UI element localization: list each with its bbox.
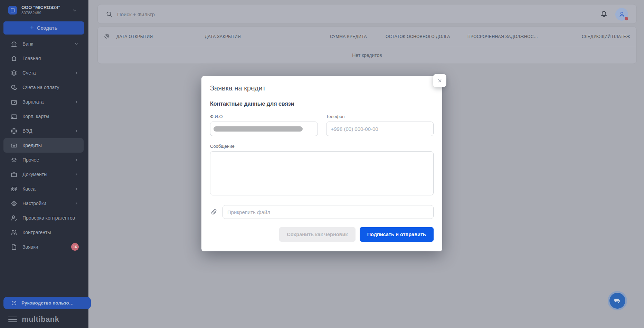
sidebar-item-documents[interactable]: Документы [3, 167, 84, 182]
phone-label: Телефон [326, 114, 434, 119]
user-guide-label: Руководство пользо… [21, 300, 74, 306]
close-icon [437, 78, 443, 84]
sidebar-item-applications[interactable]: Заявки 16 [3, 240, 84, 254]
brand-logo: multibank [22, 315, 59, 324]
sidebar-item-invoices[interactable]: Счета на оплату [3, 80, 84, 95]
chat-icon [614, 297, 621, 305]
column-header[interactable]: СЛЕДУЮЩИЙ ПЛАТЕЖ [582, 34, 630, 39]
home-icon [10, 55, 18, 62]
people-icon [10, 229, 18, 236]
sign-and-send-button[interactable]: Подписать и отправить [360, 227, 434, 242]
file-icon [10, 243, 18, 251]
menu-icon[interactable] [8, 317, 17, 322]
sidebar-item-other[interactable]: Прочее [3, 153, 84, 167]
cash-register-icon [10, 185, 18, 193]
question-circle-icon [11, 300, 17, 306]
create-button[interactable]: + Создать [3, 21, 84, 35]
plus-icon: + [30, 25, 34, 31]
message-label: Сообщение [210, 144, 434, 149]
credits-table: ДАТА ОТКРЫТИЯ ДАТА ЗАКРЫТИЯ СУММА КРЕДИТ… [97, 27, 637, 64]
sidebar-item-corp-cards[interactable]: Корп. карты [3, 109, 84, 124]
avatar[interactable] [615, 8, 628, 21]
redacted-value [214, 126, 303, 132]
save-draft-button[interactable]: Сохранить как черновик [279, 227, 355, 242]
chevron-right-icon [74, 99, 79, 104]
sidebar-nav: Банк Главная Счета Счета на оплату Зарпл… [0, 37, 88, 254]
column-header[interactable]: ПРОСРОЧЕННАЯ ЗАДОЛЖНОС… [467, 34, 538, 39]
sidebar-item-home[interactable]: Главная [3, 51, 84, 66]
globe-icon [10, 127, 18, 135]
org-switcher[interactable]: ООО "MICROS24" 307882489 [0, 3, 88, 19]
org-name: ООО "MICROS24" [21, 5, 60, 10]
sidebar-item-accounts[interactable]: Счета [3, 66, 84, 80]
chevron-down-icon [72, 8, 77, 13]
table-settings-icon[interactable] [103, 33, 110, 40]
chevron-right-icon [74, 70, 79, 75]
layers-icon [10, 156, 18, 164]
chevron-right-icon [74, 172, 79, 177]
table-header-row: ДАТА ОТКРЫТИЯ ДАТА ЗАКРЫТИЯ СУММА КРЕДИТ… [98, 27, 636, 46]
column-header[interactable]: ДАТА ОТКРЫТИЯ [116, 34, 153, 39]
chevron-right-icon [74, 157, 79, 162]
sidebar-item-counterparties[interactable]: Контрагенты [3, 225, 84, 240]
chevron-down-icon [74, 41, 79, 46]
column-header[interactable]: СУММА КРЕДИТА [330, 34, 367, 39]
support-chat-button[interactable] [608, 291, 627, 310]
modal-title: Заявка на кредит [210, 84, 434, 92]
phone-input[interactable] [326, 122, 434, 136]
column-header[interactable]: ОСТАТОК ОСНОВНОГО ДОЛГА [386, 34, 450, 39]
search-icon [106, 11, 113, 18]
sidebar-item-settings[interactable]: Настройки [3, 196, 84, 211]
person-check-icon [10, 214, 18, 222]
sidebar-item-bank[interactable]: Банк [3, 37, 84, 51]
attach-file-input[interactable] [222, 205, 434, 219]
org-logo [8, 6, 17, 15]
empty-state-text: Нет кредитов [98, 46, 636, 64]
sidebar-item-cash[interactable]: Касса [3, 182, 84, 196]
layers-icon [10, 69, 18, 77]
notification-dot [625, 17, 628, 20]
applications-count-badge: 16 [71, 243, 79, 251]
paperclip-icon[interactable] [210, 208, 218, 216]
chevron-right-icon [74, 201, 79, 206]
briefcase-icon [10, 171, 18, 178]
wallet-icon [10, 98, 18, 106]
building-icon [10, 7, 16, 13]
chevron-right-icon [74, 128, 79, 133]
banknote-icon [10, 142, 18, 149]
fio-label: Ф.И.О [210, 114, 318, 119]
create-button-label: Создать [37, 25, 58, 31]
sidebar-item-salary[interactable]: Зарплата [3, 95, 84, 109]
sidebar: ООО "MICROS24" 307882489 + Создать Банк … [0, 0, 88, 328]
search-input[interactable] [116, 4, 360, 24]
card-icon [10, 113, 18, 120]
column-header[interactable]: ДАТА ЗАКРЫТИЯ [205, 34, 241, 39]
person-icon [618, 11, 626, 18]
chevron-right-icon [74, 186, 79, 191]
sidebar-item-counterparty-check[interactable]: Проверка контрагентов [3, 211, 84, 225]
user-guide-button[interactable]: Руководство пользо… [3, 297, 91, 309]
chat-circle [609, 293, 625, 309]
coins-icon [10, 84, 18, 91]
topbar [97, 4, 637, 24]
sidebar-item-credits[interactable]: Кредиты [3, 138, 84, 153]
loan-application-modal: Заявка на кредит Контактные данные для с… [201, 76, 442, 251]
org-inn: 307882489 [21, 11, 41, 15]
sidebar-item-ved[interactable]: ВЭД [3, 124, 84, 138]
bell-icon[interactable] [600, 10, 608, 18]
bank-icon [10, 40, 18, 48]
message-textarea[interactable] [210, 151, 434, 195]
brand-area: multibank [0, 312, 88, 326]
modal-close-button[interactable] [433, 74, 446, 87]
modal-section-title: Контактные данные для связи [210, 101, 434, 107]
gear-icon [10, 200, 18, 207]
